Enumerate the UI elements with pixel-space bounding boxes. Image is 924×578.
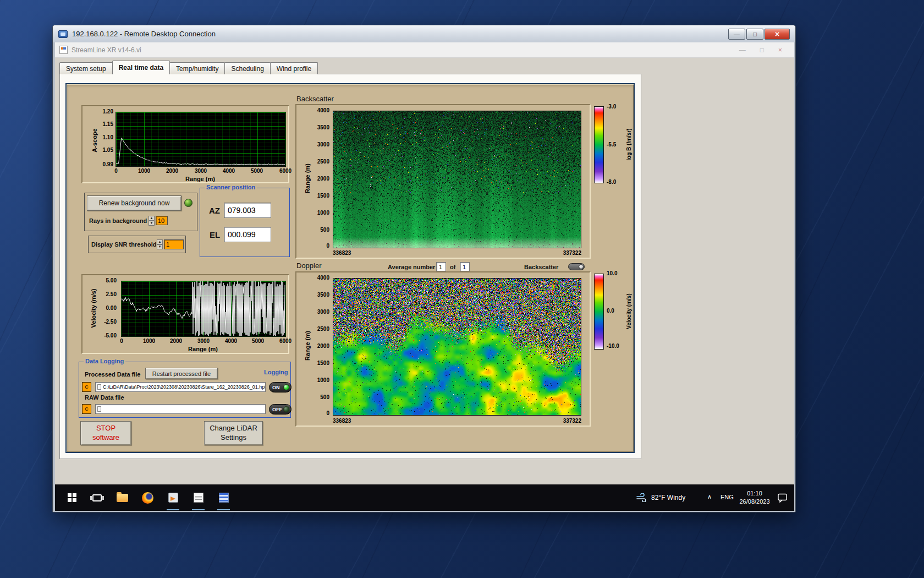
on-label: ON — [272, 385, 280, 390]
list-app-button[interactable] — [211, 484, 236, 511]
off-label: OFF — [272, 407, 282, 412]
weather-text[interactable]: 82°F Windy — [651, 494, 685, 501]
weather-button[interactable] — [634, 484, 650, 511]
change-button-line1: Change LiDAR — [210, 424, 257, 433]
scanner-position-title: Scanner position — [205, 184, 257, 190]
rdp-titlebar: 192.168.0.122 - Remote Desktop Connectio… — [53, 25, 795, 42]
running-indicator — [217, 509, 230, 510]
rdp-app-icon — [58, 30, 68, 38]
scan-schedule-icon — [194, 493, 204, 503]
folder-icon — [117, 494, 128, 502]
el-value-field[interactable]: 000.099 — [224, 227, 271, 242]
ascope-y-tick: 1.20 — [97, 108, 113, 114]
backscatter-y-tick: 3500 — [310, 124, 329, 130]
ascope-y-tick: 1.10 — [97, 134, 113, 140]
language-indicator[interactable]: ENG — [721, 494, 734, 500]
doppler-y-tick: 4000 — [310, 275, 329, 281]
processed-path-field[interactable]: C:\LiDAR\Data\Proc\2023\202308\20230826\… — [95, 382, 266, 392]
wind-icon — [636, 493, 647, 502]
average-number-label: Average number — [388, 264, 435, 270]
raw-path-browse-button[interactable]: C — [82, 404, 91, 414]
raw-logging-switch[interactable]: OFF — [269, 404, 292, 415]
rdp-window-title: 192.168.0.122 - Remote Desktop Connectio… — [72, 30, 216, 38]
change-lidar-settings-button[interactable]: Change LiDARSettings — [204, 421, 263, 445]
velocity-x-tick: 5000 — [250, 338, 266, 344]
velocity-x-tick: 1000 — [141, 338, 157, 344]
backscatter-y-tick: 0 — [310, 243, 329, 249]
doppler-heatmap-canvas — [333, 278, 581, 416]
doppler-y-tick: 2000 — [310, 343, 329, 349]
rdp-close-button[interactable]: × — [765, 29, 790, 40]
task-view-button[interactable] — [85, 484, 109, 511]
taskbar: 82°F Windy ∧ ENG 01:10 26/08/2023 — [55, 484, 794, 511]
doppler-y-tick: 0 — [310, 410, 329, 416]
tab-temp-humidity[interactable]: Temp/humidity — [169, 62, 225, 74]
stop-button-line2: software — [92, 433, 119, 443]
vi-restore-button[interactable]: □ — [760, 46, 764, 54]
backscatter-toggle[interactable] — [568, 263, 585, 270]
file-explorer-button[interactable] — [110, 484, 135, 511]
raw-file-row: C OFF — [82, 404, 290, 415]
snr-threshold-box: Display SNR threshold ▲▼ 1 — [88, 236, 186, 253]
average-total-field[interactable]: 1 — [460, 262, 470, 271]
labview-app-button[interactable] — [161, 484, 185, 511]
backscatter-colorbar-label: log B (/m/sr) — [626, 112, 632, 178]
rays-value-field[interactable]: 10 — [156, 216, 168, 225]
tab-page-content: A-scope 1.20 1.15 1.10 1.05 0.99 0 1000 … — [59, 74, 641, 459]
vi-titlebar: StreamLine XR v14-6.vi — □ × — [55, 42, 794, 58]
backscatter-y-tick: 500 — [310, 227, 329, 233]
raw-path-field[interactable] — [95, 404, 266, 414]
backscatter-colorbar — [594, 106, 604, 183]
average-number-field[interactable]: 1 — [436, 262, 446, 271]
data-logging-group: Data Logging Processed Data file Restart… — [79, 362, 291, 418]
backscatter-chart: Range (m) 4000 3500 3000 2500 2000 1500 … — [295, 104, 591, 259]
renew-background-button[interactable]: Renew background now — [87, 195, 182, 211]
backscatter-heatmap-canvas — [333, 111, 581, 248]
vi-close-button[interactable]: × — [778, 46, 782, 54]
backscatter-y-tick: 1500 — [310, 193, 329, 199]
doppler-y-tick: 1500 — [310, 360, 329, 366]
velocity-x-tick: 4000 — [223, 338, 239, 344]
running-indicator — [192, 509, 205, 510]
stop-software-button[interactable]: STOPsoftware — [80, 421, 131, 445]
labview-vi-icon — [59, 46, 68, 54]
clock[interactable]: 01:10 26/08/2023 — [737, 489, 772, 506]
tab-scheduling[interactable]: Scheduling — [224, 62, 270, 74]
notification-center-button[interactable] — [773, 484, 792, 511]
rdp-client-area: StreamLine XR v14-6.vi — □ × System setu… — [55, 42, 794, 511]
tab-wind-profile[interactable]: Wind profile — [270, 62, 318, 74]
logging-off-led — [283, 406, 289, 412]
scan-schedule-app-button[interactable] — [186, 484, 211, 511]
velocity-x-tick: 6000 — [277, 338, 294, 344]
ascope-x-axis-label: Range (m) — [156, 176, 244, 182]
raw-data-file-label: RAW Data file — [85, 394, 124, 401]
backscatter-y-tick: 1000 — [310, 210, 329, 216]
start-button[interactable] — [59, 484, 84, 511]
vi-minimize-button[interactable]: — — [739, 46, 746, 54]
of-label: of — [450, 264, 455, 270]
processed-data-file-label: Processed Data file — [85, 371, 141, 378]
doppler-y-tick: 3000 — [310, 309, 329, 315]
az-label: AZ — [209, 206, 220, 215]
snr-value-field[interactable]: 1 — [164, 239, 184, 249]
rdp-maximize-button[interactable]: □ — [746, 29, 763, 40]
running-indicator — [167, 509, 179, 510]
rdp-minimize-button[interactable]: — — [728, 29, 745, 40]
chevron-up-icon[interactable]: ∧ — [707, 493, 712, 500]
az-value-field[interactable]: 079.003 — [224, 203, 271, 218]
doppler-y-tick: 2500 — [310, 326, 329, 332]
snr-spinner[interactable]: ▲▼ — [157, 239, 163, 249]
processed-logging-switch[interactable]: ON — [269, 382, 292, 392]
tab-real-time-data[interactable]: Real time data — [112, 61, 170, 74]
velocity-y-tick: 2.50 — [96, 291, 117, 297]
firefox-button[interactable] — [135, 484, 160, 511]
backscatter-colorbar-tick: -3.0 — [607, 103, 629, 110]
restart-processed-file-button[interactable]: Restart processed file — [145, 368, 218, 379]
tab-system-setup[interactable]: System setup — [59, 62, 113, 74]
rays-spinner[interactable]: ▲▼ — [148, 216, 155, 226]
background-status-led — [184, 199, 193, 207]
processed-path-browse-button[interactable]: C — [82, 382, 91, 392]
clock-time: 01:10 — [737, 489, 772, 498]
velocity-x-tick: 0 — [113, 338, 130, 344]
backscatter-colorbar-tick: -8.0 — [607, 179, 629, 185]
